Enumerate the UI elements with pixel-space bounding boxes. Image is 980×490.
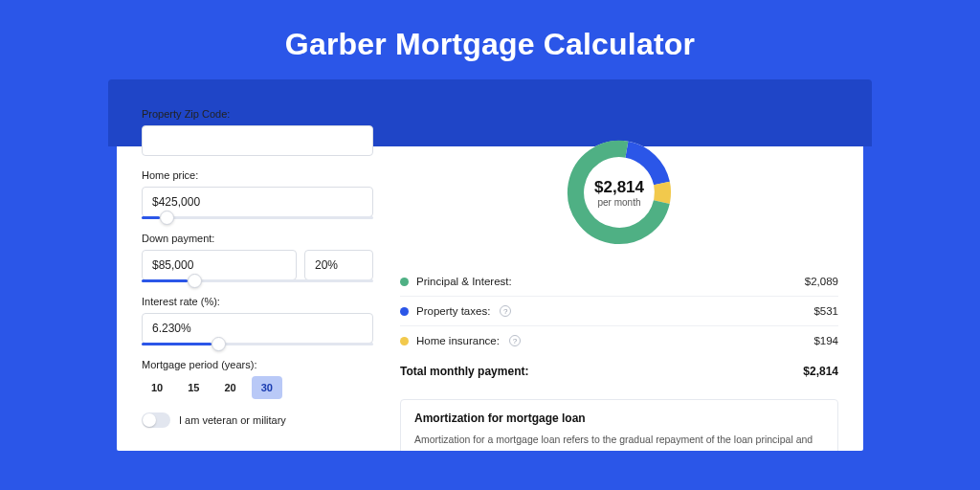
interest-rate-block: Interest rate (%):: [142, 296, 373, 345]
home-price-input[interactable]: [142, 187, 373, 217]
down-payment-slider[interactable]: [142, 279, 373, 282]
amortization-title: Amortization for mortgage loan: [414, 412, 824, 425]
donut-chart: $2,814 per month: [562, 135, 677, 250]
breakdown-row: Principal & Interest:$2,089: [400, 267, 838, 297]
period-options: 10152030: [142, 376, 373, 399]
veteran-row: I am veteran or military: [142, 412, 373, 428]
amortization-text: Amortization for a mortgage loan refers …: [414, 433, 824, 451]
breakdown-list: Principal & Interest:$2,089Property taxe…: [400, 267, 838, 355]
slider-thumb[interactable]: [212, 337, 226, 351]
down-payment-pct-input[interactable]: [304, 250, 373, 280]
period-block: Mortgage period (years): 10152030: [142, 359, 373, 399]
zip-input[interactable]: [142, 125, 373, 156]
form-column: Property Zip Code: Home price: Down paym…: [142, 108, 373, 451]
legend-dot: [400, 278, 409, 286]
slider-thumb[interactable]: [188, 274, 202, 288]
donut-sublabel: per month: [597, 197, 640, 208]
period-option-15[interactable]: 15: [178, 376, 209, 399]
donut-chart-wrap: $2,814 per month: [400, 131, 838, 267]
period-label: Mortgage period (years):: [142, 359, 373, 370]
results-column: Monthly payment breakdown: $2,814 per mo…: [400, 108, 838, 451]
slider-thumb[interactable]: [160, 211, 174, 225]
veteran-label: I am veteran or military: [179, 414, 286, 426]
breakdown-row: Home insurance:?$194: [400, 326, 838, 355]
breakdown-label: Property taxes:: [416, 305, 490, 317]
home-price-slider[interactable]: [142, 216, 373, 219]
donut-amount: $2,814: [594, 178, 644, 197]
legend-dot: [400, 307, 409, 316]
legend-dot: [400, 337, 409, 345]
veteran-toggle[interactable]: [142, 412, 170, 428]
down-payment-label: Down payment:: [142, 233, 373, 244]
zip-field-block: Property Zip Code:: [142, 108, 373, 156]
interest-rate-label: Interest rate (%):: [142, 296, 373, 307]
interest-rate-slider[interactable]: [142, 343, 373, 345]
total-label: Total monthly payment:: [400, 365, 528, 378]
breakdown-label: Home insurance:: [416, 335, 500, 346]
breakdown-value: $531: [813, 305, 838, 317]
breakdown-row: Property taxes:?$531: [400, 297, 838, 326]
period-option-30[interactable]: 30: [252, 376, 282, 399]
total-row: Total monthly payment: $2,814: [400, 355, 838, 393]
home-price-label: Home price:: [142, 169, 373, 181]
down-payment-block: Down payment:: [142, 233, 373, 282]
amortization-box: Amortization for mortgage loan Amortizat…: [400, 399, 838, 451]
page-title: Garber Mortgage Calculator: [0, 0, 980, 79]
breakdown-label: Principal & Interest:: [416, 276, 512, 287]
period-option-20[interactable]: 20: [215, 376, 246, 399]
info-icon[interactable]: ?: [509, 335, 521, 346]
total-value: $2,814: [803, 365, 838, 378]
zip-label: Property Zip Code:: [142, 108, 373, 120]
period-option-10[interactable]: 10: [142, 376, 172, 399]
breakdown-value: $2,089: [805, 276, 838, 287]
toggle-knob: [143, 413, 156, 427]
info-icon[interactable]: ?: [500, 305, 511, 317]
interest-rate-input[interactable]: [142, 313, 373, 344]
breakdown-value: $194: [813, 335, 838, 346]
down-payment-input[interactable]: [142, 250, 297, 280]
home-price-block: Home price:: [142, 169, 373, 219]
